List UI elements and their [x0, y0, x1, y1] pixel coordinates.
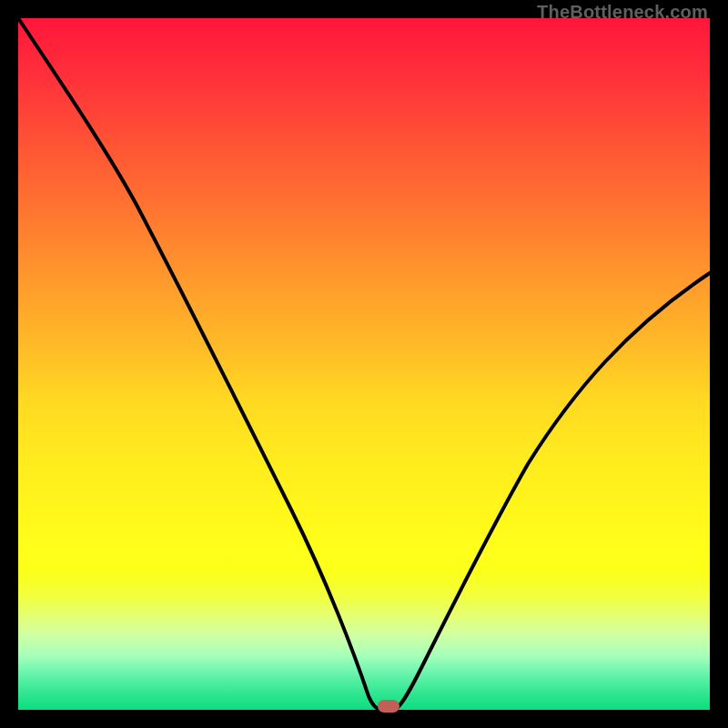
- chart-frame: TheBottleneck.com: [0, 0, 728, 728]
- bottleneck-curve: [18, 18, 710, 710]
- minimum-marker: [378, 700, 399, 713]
- curve-path: [18, 18, 710, 710]
- plot-area: [18, 18, 710, 710]
- watermark-text: TheBottleneck.com: [537, 2, 708, 23]
